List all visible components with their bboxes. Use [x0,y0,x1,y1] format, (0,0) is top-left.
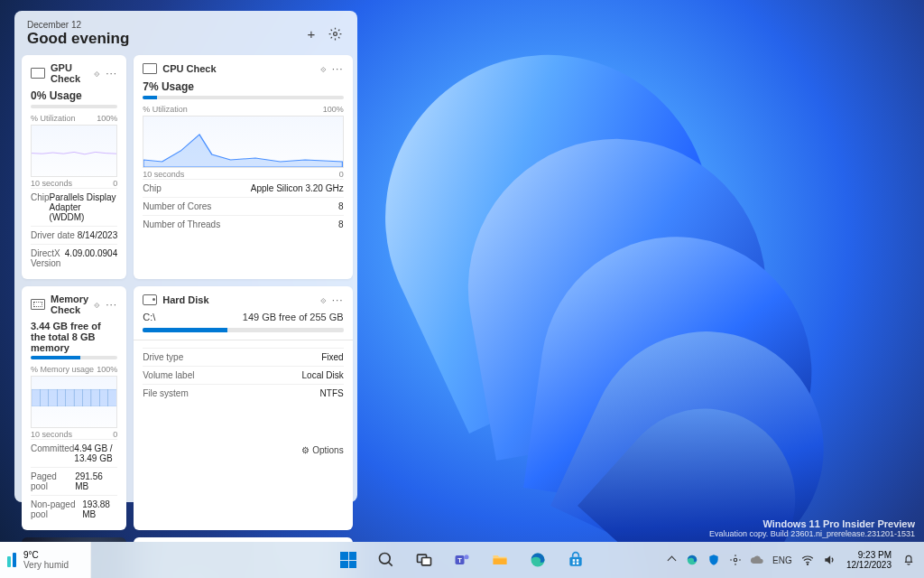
svg-rect-24 [577,563,579,565]
info-row: Number of Cores8 [143,197,343,215]
cpu-title: CPU Check [162,63,314,74]
info-row: Non-paged pool193.88 MB [31,495,117,523]
svg-rect-22 [577,559,579,562]
gpu-title: GPU Check [51,62,88,84]
info-row: ChipParallels Display Adapter (WDDM) [31,188,117,226]
widgets-panel: December 12 Good evening + GPU Check ⟐ ·… [14,11,357,502]
pin-icon[interactable]: ⟐ [94,68,100,79]
svg-point-17 [465,555,469,559]
disk-icon [143,294,157,305]
windows-watermark: Windows 11 Pro Insider Preview Evaluatio… [709,518,915,538]
info-row: File systemNTFS [143,384,343,402]
tray-chevron-icon[interactable] [661,542,680,578]
tray-volume-icon[interactable] [819,542,839,578]
svg-line-12 [389,563,393,566]
info-row: DirectX Version4.09.00.0904 [31,244,117,272]
svg-rect-7 [83,389,91,406]
more-icon[interactable]: ··· [106,298,117,311]
panel-date: December 12 [27,20,129,30]
more-icon[interactable]: ··· [332,62,344,75]
gpu-usage-label: 0% Usage [31,89,117,102]
svg-rect-9 [99,389,107,406]
svg-rect-21 [573,559,576,562]
system-tray: ENG 9:23 PM 12/12/2023 [661,542,924,578]
memory-widget: Memory Check ⟐ ··· 3.44 GB free of the t… [22,286,126,530]
svg-point-27 [807,564,808,564]
svg-rect-6 [74,389,82,406]
pin-icon[interactable]: ⟐ [320,63,327,74]
cpu-usage-bar [143,96,157,99]
start-button[interactable] [331,543,365,577]
taskbar: 9°C Very humid T ENG 9:23 PM 12/12/2023 [0,542,924,578]
gpu-chart [31,125,117,177]
add-widget-button[interactable]: + [300,23,323,46]
svg-text:T: T [457,556,462,564]
tray-settings-icon[interactable] [725,542,745,578]
svg-rect-1 [32,389,40,406]
cpu-widget: CPU Check ⟐ ··· 7% Usage % Utilization10… [134,55,352,279]
tray-edge-icon[interactable] [682,542,702,578]
svg-rect-4 [57,389,65,406]
memory-icon [31,299,45,310]
svg-rect-23 [573,563,576,565]
tray-network-icon[interactable] [798,542,818,578]
disk-drive: C:\ [143,312,155,322]
cpu-chart [143,116,343,168]
memory-usage-bar [31,356,80,359]
more-icon[interactable]: ··· [332,294,344,306]
memory-summary: 3.44 GB free of the total 8 GB memory [31,321,117,353]
svg-rect-14 [422,558,431,565]
taskbar-weather-widget[interactable]: 9°C Very humid [0,542,91,578]
file-explorer-icon[interactable] [483,543,517,577]
svg-rect-2 [40,389,48,406]
widgets-settings-button[interactable] [323,23,346,46]
svg-point-11 [380,554,391,564]
info-row: Driver date8/14/2023 [31,226,117,244]
disk-free: 149 GB free of 255 GB [243,312,344,322]
tray-clock[interactable]: 9:23 PM 12/12/2023 [841,550,897,570]
svg-rect-20 [569,557,581,566]
info-row: Volume labelLocal Disk [143,366,343,384]
taskbar-center: T [331,543,593,577]
pin-icon[interactable]: ⟐ [320,294,327,305]
svg-point-0 [333,33,337,36]
more-icon[interactable]: ··· [106,67,117,79]
memory-chart [31,376,117,428]
task-view-button[interactable] [407,543,441,577]
disk-options-button[interactable]: ⚙ Options [143,445,343,455]
info-row: Paged pool291.56 MB [31,467,117,495]
harddisk-widget: Hard Disk ⟐ ··· C:\ 149 GB free of 255 G… [134,286,352,530]
svg-rect-18 [494,558,507,564]
store-icon[interactable] [559,543,593,577]
tray-shield-icon[interactable] [704,542,724,578]
weather-widget-icon [7,553,18,567]
svg-rect-3 [49,389,57,406]
svg-point-26 [734,558,737,562]
panel-greeting: Good evening [27,30,129,48]
cpu-usage-label: 7% Usage [143,80,343,93]
svg-rect-10 [108,389,116,406]
cpu-icon [143,63,157,74]
tray-language-icon[interactable]: ENG [769,542,796,578]
teams-icon[interactable]: T [445,543,479,577]
tray-notifications-icon[interactable] [899,542,919,578]
search-button[interactable] [369,543,403,577]
memory-title: Memory Check [51,294,88,315]
svg-rect-5 [66,389,74,406]
info-row: Committed4.94 GB / 13.49 GB [31,439,117,467]
info-row: ChipApple Silicon 3.20 GHz [143,179,343,197]
edge-icon[interactable] [521,543,555,577]
disk-usage-bar [143,328,226,332]
disk-title: Hard Disk [162,294,314,305]
svg-rect-8 [91,389,99,406]
info-row: Number of Threads8 [143,215,343,233]
pin-icon[interactable]: ⟐ [94,299,100,310]
info-row: Drive typeFixed [143,348,343,366]
gpu-widget: GPU Check ⟐ ··· 0% Usage % Utilization10… [22,55,126,279]
tray-cloud-icon[interactable] [747,542,767,578]
gpu-icon [31,68,45,79]
